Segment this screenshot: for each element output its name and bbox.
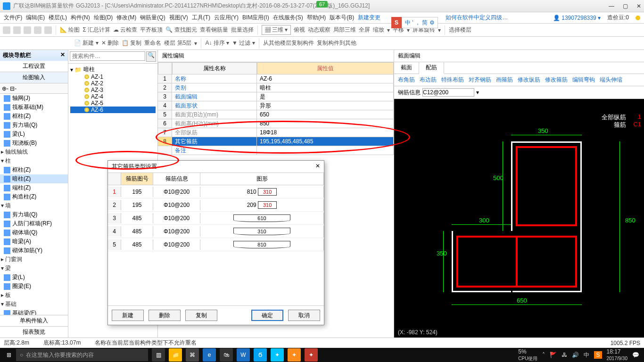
rb-extend[interactable]: 端头伸缩	[600, 76, 622, 84]
tb2-filter[interactable]: ▼ 过滤 ▾	[232, 39, 255, 47]
tray-up-icon[interactable]: ˄	[542, 352, 545, 358]
nav-item[interactable]: 剪力墙(Q)	[0, 210, 68, 219]
close-button[interactable]: ✕	[636, 3, 641, 9]
tb-orbit[interactable]: 动态观察	[308, 26, 330, 34]
tree-item[interactable]: AZ-2	[70, 80, 156, 87]
task-icon[interactable]: ▥	[152, 348, 165, 362]
menu-cloud[interactable]: 云应用(Y)	[214, 14, 239, 22]
ime-candidates[interactable]: 中 ' ， 简 ⚙	[402, 17, 438, 28]
property-row[interactable]: 5截面宽(B边)(mm)650	[158, 110, 394, 119]
rb-corner[interactable]: 布角筋	[398, 76, 415, 84]
dialog-close-icon[interactable]: ✕	[315, 163, 320, 171]
property-row[interactable]: 6截面高(H边)(mm)850	[158, 119, 394, 128]
tray-notif-icon[interactable]: 💬	[632, 352, 639, 358]
task-icon[interactable]: 🛍	[220, 348, 233, 362]
tb-zoom[interactable]: 缩放	[373, 26, 384, 34]
nav-item[interactable]: 基础梁(F)	[0, 309, 68, 315]
rb-mods[interactable]: 修改箍筋	[545, 76, 568, 84]
property-row[interactable]: 4截面形状异形	[158, 101, 394, 110]
property-row[interactable]: 1名称AZ-6	[158, 74, 394, 83]
menu-component[interactable]: 构件(N)	[71, 14, 90, 22]
task-icon[interactable]: ✦	[305, 348, 318, 362]
tb2-copy-to[interactable]: 复制构件到其他	[317, 39, 356, 47]
start-button[interactable]: ⊞	[2, 348, 16, 362]
tree-item[interactable]: AZ-1	[70, 74, 156, 80]
nav-group-foundation[interactable]: ▾ 基础	[0, 300, 68, 309]
dialog-row[interactable]: 4485Φ10@200310	[108, 225, 324, 238]
tb-local3d[interactable]: 局部三维	[333, 26, 356, 34]
tb-find[interactable]: 🔍 查找图元	[165, 26, 197, 34]
ime-candidate-bar[interactable]: S 中 ' ， 简 ⚙	[391, 17, 438, 28]
menu-online[interactable]: 在线服务(S)	[273, 14, 303, 22]
menu-modify[interactable]: 修改(M)	[116, 14, 136, 22]
nav-item-selected[interactable]: 暗柱(Z)	[0, 174, 68, 183]
property-row[interactable]: 备注	[158, 146, 394, 155]
tb2-new[interactable]: 📄 新建 ▾	[74, 39, 99, 47]
nav-item[interactable]: 砌体墙(Q)	[0, 228, 68, 237]
new-icon[interactable]	[3, 26, 10, 34]
tb-view-rebar[interactable]: 查看钢筋量	[200, 26, 228, 34]
minimize-button[interactable]: —	[609, 3, 614, 9]
dialog-row[interactable]: 2195Φ10@200209 310	[108, 198, 324, 212]
redo-icon[interactable]	[44, 26, 52, 34]
tb-3d[interactable]: ▦ 三维 ▾	[262, 25, 291, 35]
save-icon[interactable]	[24, 26, 31, 34]
rb-modv[interactable]: 修改纵筋	[518, 76, 540, 84]
task-icon[interactable]: ⌘	[186, 348, 199, 362]
nav-item[interactable]: 构造柱(Z)	[0, 192, 68, 201]
tray-ime[interactable]: 中	[584, 351, 589, 359]
property-row[interactable]: 2类别暗柱	[158, 83, 394, 92]
nav-item[interactable]: 暗梁(A)	[0, 237, 68, 246]
menu-view[interactable]: 视图(V)	[169, 14, 188, 22]
tb-batch[interactable]: 批量选择	[231, 26, 254, 34]
open-icon[interactable]	[13, 26, 21, 34]
tb-fullscreen[interactable]: 全屏	[359, 26, 370, 34]
menu-draw[interactable]: 绘图(D)	[94, 14, 113, 22]
dialog-row[interactable]: 1195Φ10@200810 310	[108, 185, 324, 198]
nav-item[interactable]: 人防门框墙(RF)	[0, 219, 68, 228]
task-icon[interactable]: W	[237, 348, 250, 362]
tb2-copy[interactable]: 📋 复制	[122, 39, 141, 47]
tb-top-view[interactable]: 俯视	[294, 26, 305, 34]
tray-flag-icon[interactable]: 🚩	[550, 352, 557, 358]
rebar-dropdown-icon[interactable]: ▾	[476, 89, 479, 96]
user-phone[interactable]: 👤 13907298339 ▾	[553, 15, 601, 21]
nav-foot-report[interactable]: 报表预览	[0, 326, 68, 337]
tb2-copy-from[interactable]: 从其他楼层复制构件	[263, 39, 314, 47]
rebar-info-input[interactable]	[422, 88, 474, 97]
tray-vol-icon[interactable]: 🔊	[572, 352, 579, 358]
rb-special[interactable]: 特殊布筋	[441, 76, 464, 84]
nav-item[interactable]: 剪力墙(Q)	[0, 121, 68, 130]
menu-help[interactable]: 帮助(H)	[307, 14, 326, 22]
tray-sogou-icon[interactable]: S	[594, 351, 602, 359]
menu-rebar[interactable]: 钢筋量(Q)	[140, 14, 165, 22]
rb-hook[interactable]: 编辑弯钩	[572, 76, 595, 84]
nav-foot-single[interactable]: 单构件输入	[0, 315, 68, 326]
dlg-new-button[interactable]: 新建	[112, 310, 144, 321]
nav-item[interactable]: 筏板基础(M)	[0, 103, 68, 112]
task-icon[interactable]: Ϭ	[254, 348, 267, 362]
nav-group-beam[interactable]: ▾ 梁	[0, 264, 68, 273]
dlg-ok-button[interactable]: 确定	[251, 310, 283, 321]
menu-bim[interactable]: BIM应用(I)	[242, 14, 269, 22]
property-row[interactable]: 8其它箍筋195,195,485,485,485	[158, 137, 394, 146]
nav-item[interactable]: 梁(L)	[0, 130, 68, 139]
nav-item[interactable]: 框柱(Z)	[0, 112, 68, 121]
rb-align[interactable]: 对齐钢筋	[469, 76, 491, 84]
undo-icon[interactable]	[34, 26, 41, 34]
tree-search-button[interactable]: 🔍	[146, 51, 156, 62]
menu-floor[interactable]: 楼层(L)	[49, 14, 67, 22]
menu-version[interactable]: 版本号(B)	[330, 14, 354, 22]
link-help-tip[interactable]: 如何在软件中定义四级…	[446, 14, 508, 22]
nav-group-slab[interactable]: ▸ 板	[0, 291, 68, 300]
nav-item[interactable]: 框柱(Z)	[0, 165, 68, 174]
dlg-delete-button[interactable]: 删除	[149, 310, 181, 321]
nav-item[interactable]: 现浇板(B)	[0, 139, 68, 148]
nav-item[interactable]: 圈梁(E)	[0, 282, 68, 291]
nav-group-wall[interactable]: ▾ 墙	[0, 201, 68, 210]
tb-sum[interactable]: Σ 汇总计算	[83, 26, 110, 34]
tree-item[interactable]: AZ-5	[70, 100, 156, 107]
nav-item[interactable]: 轴网(J)	[0, 94, 68, 103]
tray-clock[interactable]: 18:172017/9/30	[607, 348, 628, 362]
nav-tabs[interactable]: ⊕- ⊟-	[0, 83, 68, 94]
